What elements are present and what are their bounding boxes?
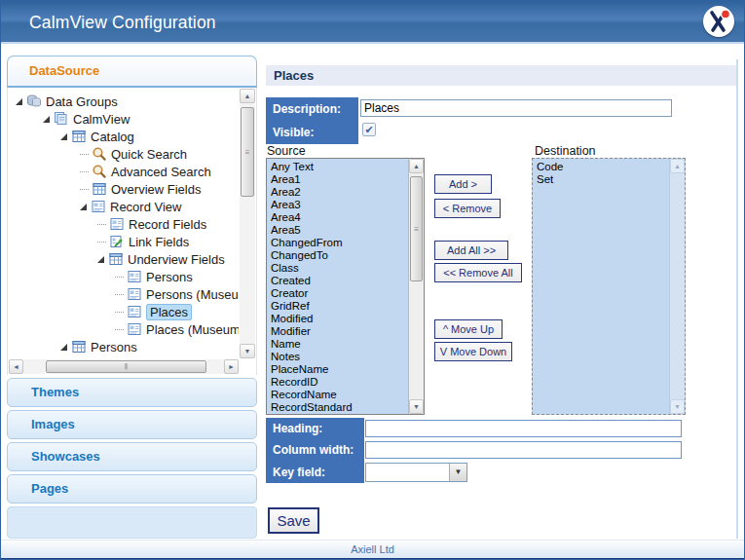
title-bar: CalmView Configuration [1, 1, 744, 44]
description-label-block: Description: Visible: [266, 97, 358, 144]
tree-item-persons-group[interactable]: Persons [8, 338, 239, 355]
tree-item-overview-fields[interactable]: Overview Fields [8, 180, 239, 198]
save-button[interactable]: Save [268, 507, 319, 534]
tree-item-label: Catalog [91, 130, 134, 144]
tree-item-places-selected[interactable]: Places [8, 303, 239, 320]
table-icon [71, 339, 87, 355]
source-list-items: Any TextArea1Area2Area3Area4Area5Changed… [268, 160, 407, 413]
tree-item-link-fields[interactable]: Link Fields [8, 233, 239, 250]
window-title: CalmView Configuration [29, 1, 216, 44]
tab-datasource[interactable]: DataSource [7, 56, 257, 88]
list-option[interactable]: Any Text [271, 161, 407, 173]
tree-vertical-scrollbar[interactable]: ▲ ≡ ▼ [240, 89, 255, 358]
form-icon [127, 286, 142, 302]
tree-item-catalog[interactable]: Catalog [8, 128, 239, 145]
tree-connector [115, 329, 124, 330]
list-option[interactable]: Class [271, 262, 407, 275]
list-option[interactable]: Area5 [271, 224, 407, 237]
destination-list-scrollbar[interactable]: ▲ ▼ [669, 159, 685, 414]
tree-item-data-groups[interactable]: Data Groups [8, 93, 239, 110]
tree-connector [115, 312, 124, 313]
list-option[interactable]: Name [271, 338, 407, 351]
list-option[interactable]: ChangedTo [271, 249, 407, 262]
add-button[interactable]: Add > [434, 174, 492, 194]
tree-connector [115, 294, 124, 295]
add-all-button[interactable]: Add All >> [434, 241, 508, 260]
form-icon [91, 199, 106, 214]
tree-item-persons[interactable]: Persons [8, 268, 239, 285]
tree-item-advanced-search[interactable]: Advanced Search [8, 163, 239, 180]
visible-label: Visible: [266, 121, 358, 144]
tree-item-label: Places (Museum [146, 322, 239, 337]
list-option[interactable]: Area3 [271, 199, 407, 211]
column-width-input[interactable] [365, 441, 682, 459]
form-icon [127, 304, 142, 319]
list-option[interactable]: Notes [271, 351, 407, 363]
tree-item-quick-search[interactable]: Quick Search [8, 145, 239, 163]
tree-item-record-fields[interactable]: Record Fields [8, 215, 239, 233]
expand-arrow-icon[interactable] [60, 133, 67, 140]
visible-checkbox[interactable]: ✔ [362, 123, 376, 136]
sidebar-item-themes[interactable]: Themes [7, 378, 257, 407]
destination-list-label: Destination [535, 144, 596, 158]
expand-arrow-icon[interactable] [43, 116, 50, 123]
scroll-down-icon[interactable]: ▼ [409, 399, 424, 414]
tree-item-record-view[interactable]: Record View [8, 198, 239, 215]
list-option[interactable]: RecordID [271, 376, 407, 389]
tree-item-calmview[interactable]: CalmView [8, 110, 239, 128]
list-option[interactable]: ChangedFrom [271, 237, 407, 249]
list-option[interactable]: RecordName [271, 389, 407, 401]
scrollbar-thumb[interactable]: ≡ [410, 176, 423, 281]
datasource-tree: Data Groups CalmView Catalog Quick Searc… [7, 88, 257, 375]
source-list-label: Source [267, 144, 306, 158]
scroll-right-icon[interactable]: ► [224, 359, 239, 374]
chevron-down-icon[interactable]: ▼ [449, 464, 466, 481]
description-input[interactable] [360, 99, 672, 117]
description-label: Description: [266, 97, 358, 121]
tree-item-persons-museum[interactable]: Persons (Museu [8, 285, 239, 303]
list-option[interactable]: Modified [271, 313, 407, 325]
tree-horizontal-scrollbar[interactable]: ◄ ⫴ ► [9, 359, 239, 374]
list-option[interactable]: Area1 [271, 173, 407, 186]
sidebar-item-pages[interactable]: Pages [7, 474, 257, 504]
remove-all-button[interactable]: << Remove All [434, 263, 522, 282]
move-up-button[interactable]: ^ Move Up [434, 319, 503, 339]
sidebar-item-showcases[interactable]: Showcases [7, 442, 257, 471]
tree-connector [115, 277, 124, 278]
expand-arrow-icon[interactable] [60, 344, 67, 351]
heading-input[interactable] [365, 420, 682, 437]
list-option[interactable]: RecordStandard [271, 401, 407, 413]
remove-button[interactable]: < Remove [434, 199, 501, 218]
list-option[interactable]: Modifier [271, 325, 407, 338]
source-list-scrollbar[interactable]: ▲ ≡ ▼ [408, 159, 424, 414]
scroll-down-icon[interactable]: ▼ [240, 344, 255, 358]
expand-arrow-icon[interactable] [97, 256, 104, 263]
tree-item-underview-fields[interactable]: Underview Fields [8, 250, 239, 268]
list-option[interactable]: GridRef [271, 300, 407, 313]
tree-item-label: Persons (Museu [146, 287, 239, 302]
list-option[interactable]: Created [271, 275, 407, 287]
list-option[interactable]: PlaceName [271, 363, 407, 376]
move-down-button[interactable]: V Move Down [434, 342, 512, 361]
source-listbox[interactable]: Any TextArea1Area2Area3Area4Area5Changed… [266, 158, 425, 415]
scrollbar-thumb[interactable]: ⫴ [46, 360, 206, 373]
tree-item-places-museum[interactable]: Places (Museum [8, 320, 239, 338]
scroll-left-icon[interactable]: ◄ [9, 359, 23, 374]
list-option[interactable]: Area4 [271, 211, 407, 224]
key-field-select[interactable]: ▼ [365, 463, 467, 482]
scroll-down-icon[interactable]: ▼ [670, 399, 685, 414]
expand-arrow-icon[interactable] [80, 204, 87, 210]
scroll-up-icon[interactable]: ▲ [670, 159, 685, 173]
list-option[interactable]: Set [537, 173, 668, 186]
list-option[interactable]: Area2 [271, 186, 407, 199]
sidebar-item-images[interactable]: Images [7, 410, 257, 439]
tree-item-label: Quick Search [111, 147, 187, 162]
scrollbar-thumb[interactable]: ≡ [241, 107, 254, 197]
list-option[interactable]: Code [537, 161, 668, 173]
list-option[interactable]: Creator [271, 287, 407, 300]
tree-item-label: Link Fields [129, 235, 189, 249]
scroll-up-icon[interactable]: ▲ [240, 89, 255, 103]
destination-listbox[interactable]: CodeSet ▲ ▼ [532, 158, 686, 415]
expand-arrow-icon[interactable] [16, 98, 22, 105]
scroll-up-icon[interactable]: ▲ [409, 159, 424, 173]
